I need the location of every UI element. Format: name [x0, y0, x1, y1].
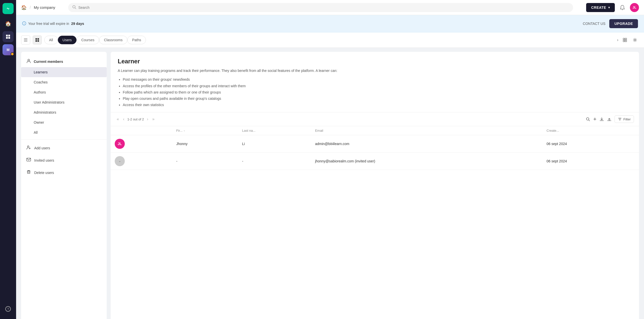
cell-email-0: admin@bit4learn.com — [311, 135, 542, 153]
topbar-separator: / — [30, 5, 31, 10]
nav-item-learners[interactable]: Learners — [21, 67, 107, 77]
panel-header: Learner A Learner can play training prog… — [111, 52, 639, 112]
svg-rect-28 — [27, 171, 30, 173]
nav-item-authors[interactable]: Authors — [21, 87, 107, 97]
svg-rect-14 — [35, 38, 37, 40]
trial-message: i Your free trial will expire in 29 days — [22, 21, 84, 26]
cell-email-1: jhonny@sabiorealm.com (invited user) — [311, 153, 542, 170]
notification-icon[interactable] — [618, 3, 627, 12]
nav-section-title: Current members — [34, 60, 63, 64]
nav-section-header: Current members — [21, 56, 107, 67]
cell-created-0: 06 sept 2024 — [543, 135, 639, 153]
invited-users-icon[interactable]: Invited users — [21, 154, 107, 166]
content-wrapper: i Your free trial will expire in 29 days… — [16, 15, 644, 319]
cell-first_name-1: - — [172, 153, 238, 170]
filter-tabs: AllUsersCoursesClassroomsPaths › — [16, 32, 644, 48]
user-avatar-top[interactable]: JL — [630, 3, 639, 12]
table-toolbar: « ‹ 1-2 out of 2 › » — [111, 112, 639, 126]
filter-tabs-list: AllUsersCoursesClassroomsPaths — [44, 36, 146, 44]
nav-item-all[interactable]: All — [21, 127, 107, 138]
left-nav: Current members LearnersCoachesAuthorsUs… — [21, 52, 107, 319]
sidebar-user-avatar[interactable]: M — [3, 44, 14, 55]
col-header-avatar — [111, 126, 172, 135]
grid-view-icon[interactable] — [621, 36, 629, 44]
svg-rect-13 — [24, 41, 27, 41]
nav-item-owner[interactable]: Owner — [21, 117, 107, 127]
tab-courses[interactable]: Courses — [76, 36, 99, 44]
topbar-home-icon[interactable]: 🏠 — [21, 5, 27, 10]
col-header-last_name: Last na... — [238, 126, 311, 135]
create-button[interactable]: CREATE ▾ — [586, 3, 615, 12]
user-avatar-cell-1: - — [111, 153, 172, 170]
user-avatar-cell-0: JL — [111, 135, 172, 153]
search-input[interactable] — [78, 6, 569, 10]
panel-bullet-list: Post messages on their groups' newsfeeds… — [118, 76, 632, 108]
sidebar: 🏠 M ? — [0, 0, 16, 319]
user-avatar-0: JL — [115, 139, 125, 149]
add-users-icon[interactable]: Add users — [21, 142, 107, 154]
table-row[interactable]: ---jhonny@sabiorealm.com (invited user)0… — [111, 153, 639, 170]
svg-rect-1 — [6, 35, 8, 36]
page-last-btn[interactable]: » — [151, 116, 155, 122]
cell-created-1: 06 sept 2024 — [543, 153, 639, 170]
create-label: CREATE — [591, 6, 606, 10]
svg-point-22 — [634, 39, 636, 41]
table-download-btn[interactable] — [599, 117, 604, 121]
tab-paths[interactable]: Paths — [127, 36, 146, 44]
svg-rect-4 — [8, 37, 10, 39]
sidebar-home-icon[interactable]: 🏠 — [3, 18, 14, 29]
table-head: Fir...↑Last na...EmailCreate... — [111, 126, 639, 135]
delete-users-icon[interactable]: Delete users — [21, 166, 107, 179]
create-chevron-icon: ▾ — [608, 6, 610, 9]
invited-users-icon-svg — [26, 157, 31, 163]
svg-point-23 — [28, 59, 30, 61]
cell-first_name-0: Jhonny — [172, 135, 238, 153]
tabs-chevron-right-icon[interactable]: › — [617, 38, 618, 42]
bullet-item-3: Play open courses and paths available in… — [123, 96, 632, 102]
svg-rect-12 — [24, 40, 27, 40]
main-panel: Current members LearnersCoachesAuthorsUs… — [16, 48, 644, 319]
page-next-btn[interactable]: › — [146, 116, 149, 122]
user-avatar-1: - — [115, 156, 125, 166]
svg-rect-16 — [35, 40, 37, 42]
panel-description: A Learner can play training programs and… — [118, 68, 632, 73]
tab-list-view-icon[interactable] — [21, 35, 30, 44]
right-panel: Learner A Learner can play training prog… — [111, 52, 639, 319]
page-prev-btn[interactable]: ‹ — [122, 116, 125, 122]
table-search-btn[interactable] — [586, 117, 590, 121]
table-filter-btn[interactable]: Filter — [615, 115, 634, 123]
table-toolbar-actions: + — [586, 115, 634, 123]
trial-prefix: Your free trial will expire in — [28, 22, 69, 26]
col-header-first_name[interactable]: Fir...↑ — [172, 126, 238, 135]
tab-classrooms[interactable]: Classrooms — [99, 36, 127, 44]
help-icon[interactable]: ? — [5, 306, 11, 313]
tab-all[interactable]: All — [44, 36, 58, 44]
nav-item-user-administrators[interactable]: User Administrators — [21, 97, 107, 107]
topbar: 🏠 / My company CREATE ▾ — [16, 0, 644, 15]
tab-bar-view-icon[interactable] — [33, 35, 42, 44]
svg-text:i: i — [24, 22, 24, 25]
contact-us-link[interactable]: CONTACT US — [583, 22, 606, 26]
info-icon: i — [22, 21, 26, 26]
nav-divider — [21, 140, 107, 140]
svg-rect-21 — [625, 40, 627, 42]
search-icon — [72, 5, 76, 10]
upgrade-button[interactable]: UPGRADE — [609, 19, 638, 28]
svg-rect-3 — [6, 37, 8, 39]
svg-line-8 — [75, 8, 76, 9]
page-first-btn[interactable]: « — [116, 116, 120, 122]
cell-last_name-0: Li — [238, 135, 311, 153]
bullet-item-2: Follow paths which are assigned to them … — [123, 89, 632, 96]
sidebar-dashboard-icon[interactable] — [3, 31, 14, 42]
table-row[interactable]: JLJhonnyLiadmin@bit4learn.com06 sept 202… — [111, 135, 639, 153]
table-add-btn[interactable]: + — [593, 116, 596, 122]
settings-icon[interactable] — [631, 36, 639, 44]
nav-actions-list: Add usersInvited usersDelete users — [21, 142, 107, 179]
table-upload-btn[interactable] — [607, 117, 612, 121]
logo-icon[interactable] — [3, 3, 14, 14]
tab-users[interactable]: Users — [58, 36, 77, 44]
svg-rect-20 — [623, 40, 625, 42]
nav-item-coaches[interactable]: Coaches — [21, 77, 107, 87]
nav-item-administrators[interactable]: Administrators — [21, 107, 107, 117]
tab-right-icons — [621, 36, 639, 44]
